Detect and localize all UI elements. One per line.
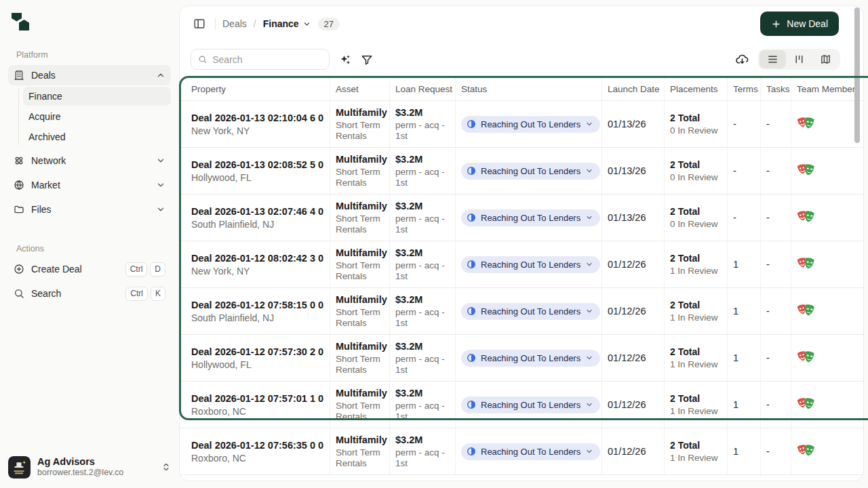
theater-masks-icon	[797, 209, 815, 226]
filter-funnel-icon[interactable]	[361, 54, 373, 66]
breadcrumb-deals[interactable]: Deals	[222, 18, 247, 29]
create-deal-action[interactable]: Create Deal Ctrl D	[8, 259, 171, 279]
status-label: Reaching Out To Lenders	[481, 400, 580, 410]
asset-subtype: Short Term Rentals	[336, 307, 384, 329]
loan-request-cell: $3.2M perm - acq - 1st	[390, 148, 456, 194]
new-deal-button[interactable]: New Deal	[760, 12, 839, 36]
property-cell: Deal 2026-01-12 07:58:15 0 0 South Plain…	[180, 288, 330, 334]
cloud-download-icon[interactable]	[736, 53, 749, 66]
status-dropdown[interactable]: Reaching Out To Lenders	[461, 303, 600, 320]
table-row[interactable]: Deal 2026-01-12 07:57:30 2 0 Hollywood, …	[180, 335, 863, 382]
chevron-down-icon	[585, 214, 593, 222]
placements-in-review: 1 In Review	[670, 312, 722, 323]
account-switcher[interactable]: Ag Advisors borrower.test.2@lev.co	[8, 455, 171, 479]
placements-cell: 2 Total 0 In Review	[665, 148, 728, 194]
progress-circle-icon	[467, 400, 476, 409]
progress-circle-icon	[467, 353, 476, 363]
sidebar-item-deals[interactable]: Deals	[8, 65, 171, 85]
kbd-k: K	[151, 287, 165, 301]
shortcut-keys: Ctrl K	[125, 287, 165, 301]
launch-date: 01/13/26	[608, 119, 658, 129]
table-row[interactable]: Deal 2026-01-13 02:10:04 6 0 New York, N…	[180, 101, 863, 148]
status-dropdown[interactable]: Reaching Out To Lenders	[461, 116, 600, 133]
launch-date: 01/12/26	[608, 352, 658, 363]
asset-subtype: Short Term Rentals	[336, 214, 384, 235]
column-header-status: Status	[456, 77, 602, 100]
property-cell: Deal 2026-01-13 02:08:52 5 0 Hollywood, …	[180, 148, 330, 194]
loan-amount: $3.2M	[395, 247, 450, 258]
terms-value: 1	[733, 399, 755, 410]
table-row[interactable]: Deal 2026-01-12 07:56:35 0 0 Roxboro, NC…	[180, 428, 863, 475]
asset-subtype: Short Term Rentals	[336, 354, 384, 375]
search-action[interactable]: Search Ctrl K	[8, 283, 171, 304]
search-box[interactable]	[191, 49, 330, 70]
deal-location: Hollywood, FL	[191, 359, 324, 370]
sidebar-item-acquire[interactable]: Acquire	[23, 107, 171, 126]
sidebar-item-market[interactable]: Market	[8, 175, 171, 195]
asset-cell: Multifamily Short Term Rentals	[330, 288, 390, 334]
team-members-cell	[791, 428, 863, 474]
table-header: Property Asset Loan Request Status Launc…	[180, 77, 863, 101]
placements-total: 2 Total	[670, 159, 722, 170]
breadcrumb-finance-dropdown[interactable]: Finance	[263, 18, 311, 29]
deal-location: South Plainfield, NJ	[191, 312, 324, 323]
chevron-down-icon	[585, 260, 593, 268]
asset-type: Multifamily	[336, 154, 384, 165]
vertical-scrollbar-thumb[interactable]	[854, 7, 860, 143]
status-dropdown[interactable]: Reaching Out To Lenders	[461, 350, 600, 367]
asset-type: Multifamily	[336, 341, 384, 352]
chevron-down-icon	[585, 307, 593, 315]
sidebar-item-archived[interactable]: Archived	[23, 127, 171, 146]
theater-masks-icon	[797, 396, 815, 413]
deal-location: New York, NY	[191, 266, 324, 277]
new-deal-label: New Deal	[787, 18, 828, 29]
placements-in-review: 1 In Review	[670, 406, 722, 416]
placements-total: 2 Total	[670, 440, 722, 451]
chevron-down-icon	[585, 447, 593, 455]
status-dropdown[interactable]: Reaching Out To Lenders	[461, 256, 600, 273]
table-row[interactable]: Deal 2026-01-12 07:57:01 1 0 Roxboro, NC…	[180, 382, 863, 428]
status-dropdown[interactable]: Reaching Out To Lenders	[461, 163, 600, 180]
placements-total: 2 Total	[670, 113, 722, 123]
terms-value: 1	[733, 259, 755, 270]
sidebar-toggle-icon[interactable]	[191, 15, 208, 33]
tasks-value: -	[766, 352, 785, 363]
loan-amount: $3.2M	[395, 201, 450, 211]
sidebar-item-files[interactable]: Files	[8, 199, 171, 220]
map-view-button[interactable]	[812, 50, 839, 68]
tasks-value: -	[766, 212, 785, 223]
actions-section-label: Actions	[16, 244, 163, 253]
tasks-value: -	[766, 259, 785, 270]
kbd-ctrl: Ctrl	[125, 287, 148, 301]
table-row[interactable]: Deal 2026-01-13 02:08:52 5 0 Hollywood, …	[180, 148, 863, 195]
table-row[interactable]: Deal 2026-01-12 08:02:42 3 0 New York, N…	[180, 241, 863, 288]
column-header-asset: Asset	[330, 77, 390, 100]
chevrons-up-down-icon	[161, 462, 171, 472]
sidebar-item-network[interactable]: Network	[8, 150, 171, 171]
table-row[interactable]: Deal 2026-01-12 07:58:15 0 0 South Plain…	[180, 288, 863, 335]
progress-circle-icon	[467, 260, 476, 269]
deal-name: Deal 2026-01-13 02:10:04 6 0	[191, 113, 324, 123]
placements-in-review: 1 In Review	[670, 359, 722, 369]
sidebar-item-finance[interactable]: Finance	[23, 87, 171, 106]
progress-circle-icon	[467, 213, 476, 222]
kanban-view-button[interactable]	[786, 50, 812, 68]
sparkles-icon[interactable]	[339, 54, 351, 66]
deal-location: South Plainfield, NJ	[191, 219, 324, 230]
placements-in-review: 0 In Review	[670, 172, 722, 182]
placements-total: 2 Total	[670, 253, 722, 264]
table-row[interactable]: Deal 2026-01-13 02:07:46 4 0 South Plain…	[180, 195, 863, 241]
status-dropdown[interactable]: Reaching Out To Lenders	[461, 443, 600, 460]
deal-name: Deal 2026-01-12 07:57:01 1 0	[191, 393, 324, 404]
theater-masks-icon	[797, 256, 815, 272]
progress-circle-icon	[467, 306, 476, 316]
list-view-button[interactable]	[760, 50, 786, 68]
launch-date: 01/13/26	[608, 165, 658, 176]
column-header-tasks: Tasks	[761, 77, 791, 100]
search-input[interactable]	[212, 54, 322, 65]
status-dropdown[interactable]: Reaching Out To Lenders	[461, 209, 600, 226]
loan-amount: $3.2M	[395, 434, 450, 445]
status-dropdown[interactable]: Reaching Out To Lenders	[461, 396, 600, 413]
tasks-value: -	[766, 399, 785, 410]
status-label: Reaching Out To Lenders	[481, 119, 580, 129]
